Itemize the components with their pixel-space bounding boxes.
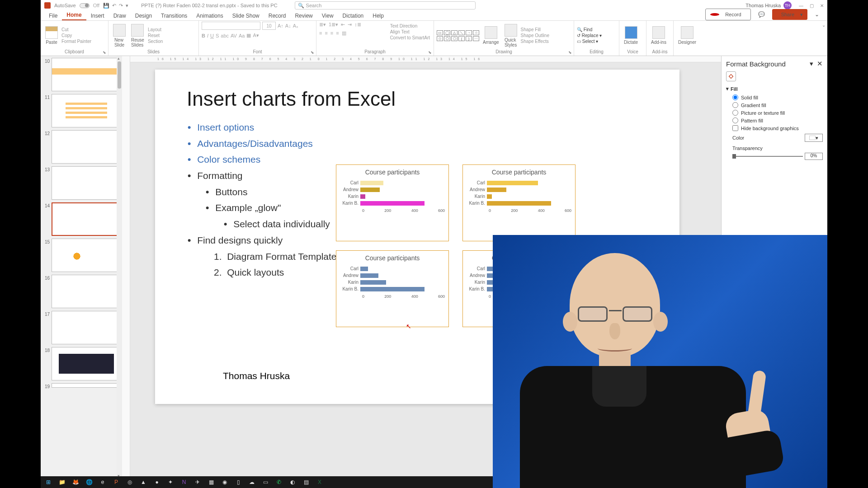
clipboard-dialog-icon[interactable]: ⬊ [103,50,106,55]
font-color-button[interactable]: A▾ [253,33,259,38]
find-button[interactable]: 🔍 Find [577,27,602,32]
redo-icon[interactable]: ↷ [119,3,123,9]
tab-transitions[interactable]: Transitions [156,11,192,20]
tab-review[interactable]: Review [290,11,317,20]
taskbar-telegram-icon[interactable]: ✈ [192,477,203,487]
taskbar-powerpoint-icon[interactable]: P [110,477,122,487]
panel-close-icon[interactable]: ✕ [817,60,823,67]
highlight-button[interactable]: ▦ [246,33,251,38]
taskbar-app8-icon[interactable]: ▤ [300,477,312,487]
underline-button[interactable]: U [210,33,214,38]
thumb-17[interactable] [52,311,121,344]
fill-section[interactable]: ▾ Fill [726,86,823,92]
font-family-input[interactable] [202,22,260,30]
chart-3[interactable]: Course participantsCarlAndrewKarinKarin … [336,250,449,327]
tab-file[interactable]: File [44,11,62,20]
align-text-button[interactable]: Align Text [390,29,430,34]
decrease-font-icon[interactable]: A↓ [285,23,291,28]
increase-font-icon[interactable]: A↑ [278,23,283,28]
taskbar-excel-icon[interactable]: X [314,477,326,487]
shadow-button[interactable]: abc [221,33,229,38]
font-size-input[interactable]: 10 [262,22,276,30]
fill-tab-icon[interactable] [726,71,736,81]
tab-view[interactable]: View [317,11,338,20]
replace-button[interactable]: ↺ Replace ▾ [577,33,602,38]
thumb-15[interactable] [52,239,121,272]
save-icon[interactable]: 💾 [103,3,109,9]
thumb-13[interactable] [52,166,121,200]
tab-record[interactable]: Record [264,11,291,20]
line-spacing-button[interactable]: ↕≣ [354,22,361,28]
tab-design[interactable]: Design [131,11,156,20]
thumb-19[interactable] [52,383,121,388]
transparency-value[interactable]: 0% [805,153,823,160]
font-dialog-icon[interactable]: ⬊ [311,50,314,55]
autosave-toggle[interactable] [80,3,90,8]
tab-animations[interactable]: Animations [192,11,227,20]
reuse-slides-button[interactable]: Reuse Slides [129,23,146,48]
taskbar-whatsapp-icon[interactable]: ✆ [273,477,285,487]
taskbar-firefox-icon[interactable]: 🦊 [70,477,81,487]
thumb-14[interactable] [52,202,121,236]
taskbar-vlc-icon[interactable]: ▲ [137,477,149,487]
shape-fill-button[interactable]: Shape Fill [521,27,549,32]
taskbar[interactable]: ⊞ 📁 🦊 🌐 e P ◎ ▲ ● ✦ N ✈ ▦ ◉ ▯ ☁ ▭ ✆ ◐ ▤ … [41,476,502,488]
quick-styles-button[interactable]: Quick Styles [503,23,519,48]
dictate-button[interactable]: Dictate [622,25,640,46]
smartart-button[interactable]: Convert to SmartArt [390,35,430,40]
align-center-button[interactable]: ≡ [325,30,327,36]
align-left-button[interactable]: ≡ [319,30,322,36]
thumb-16[interactable] [52,275,121,308]
qat-more-icon[interactable]: ▾ [126,3,128,9]
check-hide-graphics[interactable]: Hide background graphics [726,124,823,132]
numbering-button[interactable]: 1≣▾ [329,22,338,28]
bullets-button[interactable]: ≣▾ [319,22,326,28]
scroll-handle[interactable] [118,61,121,89]
shapes-gallery[interactable]: ▭◯△＼→☆ ◇⬠⬡{}⋯ [437,30,479,41]
minimize-icon[interactable]: — [799,3,803,8]
format-painter-button[interactable]: Format Painter [61,39,91,44]
record-button[interactable]: Record [705,9,750,20]
shape-effects-button[interactable]: Shape Effects [521,39,549,44]
panel-options-icon[interactable]: ▾ [810,60,813,67]
start-icon[interactable]: ⊞ [42,477,54,487]
taskbar-app3-icon[interactable]: ✦ [165,477,176,487]
bold-button[interactable]: B [202,33,205,38]
drawing-dialog-icon[interactable]: ⬊ [568,50,572,55]
layout-button[interactable]: Layout [148,27,163,32]
arrange-button[interactable]: Arrange [481,25,501,46]
taskbar-app6-icon[interactable]: ▭ [259,477,271,487]
taskbar-app-icon[interactable]: ◎ [124,477,136,487]
radio-solid-fill[interactable]: Solid fill [726,94,823,101]
thumb-18[interactable] [52,347,121,380]
taskbar-doc-icon[interactable]: ▯ [232,477,244,487]
new-slide-button[interactable]: New Slide [111,23,127,48]
clear-format-icon[interactable]: Aₓ [293,23,298,29]
select-button[interactable]: ▭ Select ▾ [577,39,602,44]
strike-button[interactable]: S [216,33,219,38]
chart-1[interactable]: Course participantsCarlAndrewKarinKarin … [336,164,449,241]
search-input[interactable]: 🔍 Search [295,1,476,9]
reset-button[interactable]: Reset [148,33,163,38]
justify-button[interactable]: ≡ [336,30,339,36]
taskbar-app7-icon[interactable]: ◐ [287,477,298,487]
taskbar-explorer-icon[interactable]: 📁 [56,477,68,487]
indent-dec-button[interactable]: ⇤ [341,22,345,28]
share-button[interactable]: Share ▾ [772,9,807,20]
taskbar-edge-icon[interactable]: e [97,477,108,487]
tab-dictation[interactable]: Dictation [338,11,368,20]
copy-button[interactable]: Copy [61,33,91,38]
collapse-ribbon-icon[interactable]: ⌄ [810,10,824,19]
tab-help[interactable]: Help [368,11,388,20]
text-direction-button[interactable]: Text Direction [390,23,430,28]
taskbar-app5-icon[interactable]: ☁ [246,477,258,487]
align-right-button[interactable]: ≡ [330,30,333,36]
taskbar-app4-icon[interactable]: ▦ [205,477,217,487]
tab-slideshow[interactable]: Slide Show [228,11,264,20]
case-button[interactable]: Aa [239,33,245,38]
radio-picture-fill[interactable]: Picture or texture fill [726,109,823,117]
cut-button[interactable]: Cut [61,27,91,32]
paste-button[interactable]: Paste [43,25,60,46]
paragraph-dialog-icon[interactable]: ⬊ [428,50,432,55]
tab-home[interactable]: Home [62,10,86,20]
